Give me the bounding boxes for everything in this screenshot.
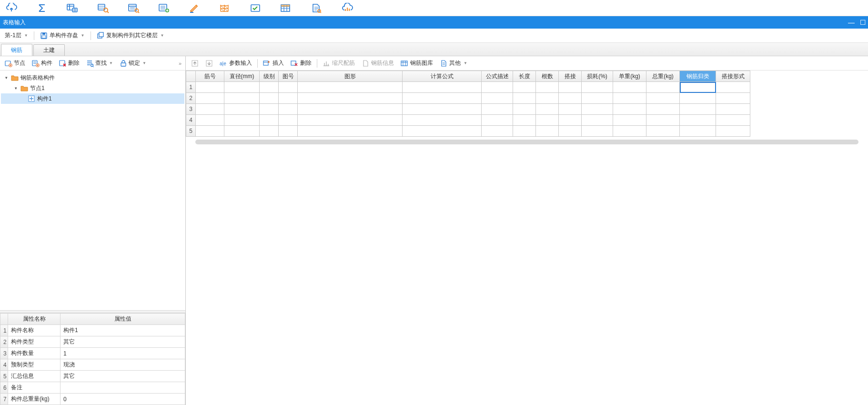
move-up-button[interactable] (189, 59, 201, 68)
column-header-c4[interactable]: 图号 (279, 71, 298, 82)
grid-cell[interactable] (482, 82, 513, 93)
minimize-button[interactable]: — (848, 19, 855, 26)
grid-cell[interactable] (582, 104, 613, 115)
grid-cell[interactable] (260, 93, 279, 104)
grid-cell[interactable] (613, 104, 646, 115)
row-number[interactable]: 4 (186, 115, 196, 126)
grid-cell[interactable] (403, 93, 482, 104)
grid-cell[interactable] (582, 115, 613, 126)
property-row[interactable]: 4预制类型现浇 (0, 359, 185, 371)
grid-cell[interactable] (680, 93, 716, 104)
column-header-c7[interactable]: 公式描述 (482, 71, 513, 82)
grid-cell[interactable] (646, 115, 680, 126)
save-single-member-button[interactable]: 单构件存盘 ▼ (37, 30, 88, 40)
row-number[interactable]: 1 (186, 82, 196, 93)
property-row[interactable]: 6备注 (0, 382, 185, 394)
grid-cell[interactable] (403, 126, 482, 137)
collapse-toggle-icon[interactable]: ▾ (4, 75, 9, 81)
column-header-c15[interactable]: 搭接形式 (716, 71, 750, 82)
table-calc-icon[interactable] (64, 1, 81, 15)
grid-cell[interactable] (196, 93, 224, 104)
grid-cell[interactable] (582, 93, 613, 104)
column-header-c8[interactable]: 长度 (513, 71, 536, 82)
sigma-icon[interactable] (33, 1, 50, 15)
grid-cell[interactable] (298, 93, 403, 104)
grid-row[interactable]: 3 (186, 104, 750, 115)
property-value[interactable]: 现浇 (61, 359, 185, 371)
search-button[interactable]: 查找 ▼ (84, 58, 115, 68)
property-row[interactable]: 2构件类型其它 (0, 336, 185, 348)
property-row[interactable]: 3构件数量1 (0, 348, 185, 359)
grid-cell[interactable] (716, 93, 750, 104)
grid-cell[interactable] (646, 126, 680, 137)
grid-cell[interactable] (260, 126, 279, 137)
grid-cell[interactable] (403, 82, 482, 93)
grid-cell[interactable] (559, 115, 582, 126)
grid-cell[interactable] (298, 82, 403, 93)
column-header-c14[interactable]: 钢筋归类 (680, 71, 716, 82)
data-grid[interactable]: 筋号直径(mm)级别图号图形计算公式公式描述长度根数搭接损耗(%)单重(kg)总… (186, 71, 750, 137)
grid-row[interactable]: 4 (186, 115, 750, 126)
scale-rebar-button[interactable]: 缩尺配筋 (320, 58, 357, 68)
expand-panel-button[interactable]: » (177, 60, 182, 67)
form-search-icon[interactable] (125, 1, 142, 15)
row-number[interactable]: 3 (186, 104, 196, 115)
grid-cell[interactable] (298, 115, 403, 126)
grid-cell[interactable] (279, 126, 298, 137)
grid-cell[interactable] (224, 93, 260, 104)
grid-delete-button[interactable]: 删除 (288, 58, 314, 68)
grid-cell[interactable] (279, 82, 298, 93)
column-header-c2[interactable]: 直径(mm) (224, 71, 260, 82)
tree-member-1[interactable]: 构件1 (1, 93, 184, 104)
grid-cell[interactable] (680, 115, 716, 126)
column-header-c11[interactable]: 损耗(%) (582, 71, 613, 82)
grid-cell[interactable] (680, 82, 716, 93)
property-value[interactable]: 其它 (61, 371, 185, 382)
tab-rebar[interactable]: 钢筋 (1, 44, 32, 56)
checkbox-list-icon[interactable] (247, 1, 264, 15)
grid-cell[interactable] (482, 126, 513, 137)
grid-cell[interactable] (279, 93, 298, 104)
cloud-upload-icon[interactable] (3, 1, 20, 15)
property-value[interactable] (61, 382, 185, 394)
property-value[interactable]: 0 (61, 394, 185, 405)
grid-cell[interactable] (196, 115, 224, 126)
grid-cell[interactable] (536, 82, 559, 93)
grid-cell[interactable] (298, 104, 403, 115)
grid-cell[interactable] (482, 104, 513, 115)
grid-cell[interactable] (513, 93, 536, 104)
column-header-c1[interactable]: 筋号 (196, 71, 224, 82)
collapse-toggle-icon[interactable]: ▾ (13, 86, 19, 91)
tree-node-1[interactable]: ▾ 节点1 (1, 83, 184, 93)
grid-cell[interactable] (513, 104, 536, 115)
add-node-button[interactable]: 节点 (3, 58, 27, 68)
property-row[interactable]: 7构件总重量(kg)0 (0, 394, 185, 405)
grid-cell[interactable] (559, 82, 582, 93)
table-grid-icon[interactable] (277, 1, 294, 15)
property-value[interactable]: 1 (61, 348, 185, 359)
column-header-c10[interactable]: 搭接 (559, 71, 582, 82)
grid-cell[interactable] (279, 104, 298, 115)
grid-row[interactable]: 5 (186, 126, 750, 137)
cloud-chart-icon[interactable] (338, 1, 355, 15)
table-search-icon[interactable] (94, 1, 111, 15)
edit-pencil-icon[interactable] (186, 1, 203, 15)
property-row[interactable]: 1构件名称构件1 (0, 325, 185, 336)
scaffold-icon[interactable] (216, 1, 233, 15)
param-input-button[interactable]: a|e 参数输入 (217, 58, 254, 68)
column-header-c5[interactable]: 图形 (298, 71, 403, 82)
floor-selector[interactable]: 第-1层 ▼ (2, 30, 31, 40)
delete-button[interactable]: 删除 (57, 58, 81, 68)
column-header-c9[interactable]: 根数 (536, 71, 559, 82)
grid-cell[interactable] (196, 82, 224, 93)
grid-cell[interactable] (613, 82, 646, 93)
column-header-c13[interactable]: 总重(kg) (646, 71, 680, 82)
rebar-library-button[interactable]: 钢筋图库 (398, 58, 435, 68)
rebar-info-button[interactable]: 钢筋信息 (359, 58, 396, 68)
grid-cell[interactable] (482, 115, 513, 126)
grid-cell[interactable] (224, 115, 260, 126)
grid-cell[interactable] (646, 82, 680, 93)
tree-root[interactable]: ▾ 钢筋表格构件 (1, 72, 184, 83)
property-value[interactable]: 构件1 (61, 325, 185, 336)
horizontal-scrollbar[interactable] (195, 140, 858, 144)
